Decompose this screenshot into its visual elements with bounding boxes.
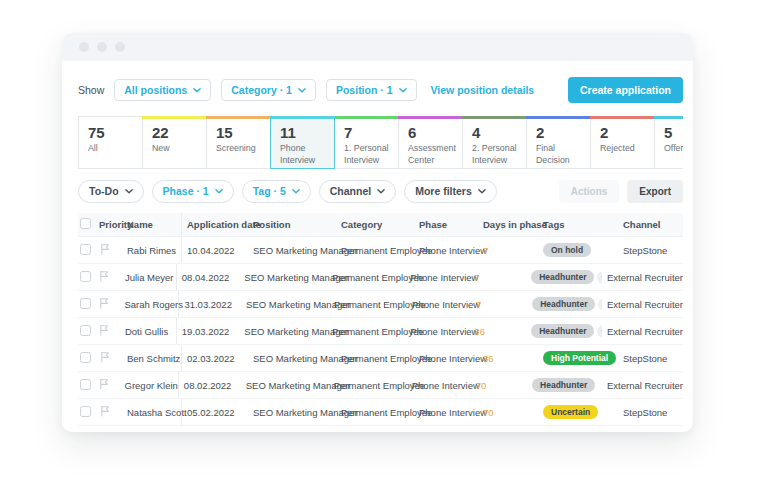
- position-value: SEO Marketing Manager: [239, 272, 327, 283]
- phase-value: Phone Interview: [414, 245, 478, 256]
- position-value: SEO Marketing Manager: [248, 353, 336, 364]
- row-checkbox[interactable]: [80, 325, 91, 336]
- stage-color-strip: [462, 116, 527, 119]
- pipeline-stage-card[interactable]: 5 Offer: [654, 116, 683, 169]
- position-dropdown[interactable]: Position · 1: [326, 79, 417, 102]
- days-in-phase-value: 7: [471, 299, 527, 310]
- pipeline-stage-card[interactable]: 2 Rejected: [590, 116, 655, 169]
- channel-value: StepStone: [618, 407, 683, 418]
- export-button[interactable]: Export: [627, 180, 683, 203]
- tag-pill: Headhunter: [532, 297, 595, 312]
- stage-count: 15: [216, 124, 262, 141]
- filter-label: To-Do: [89, 186, 119, 197]
- position-value: SEO Marketing Manager: [241, 299, 329, 310]
- stage-label: Phone Interview: [280, 143, 326, 166]
- stage-color-strip: [398, 116, 463, 119]
- header-days-in-phase: Days in phase: [478, 219, 538, 230]
- row-checkbox[interactable]: [80, 271, 91, 282]
- position-value: SEO Marketing Manager: [241, 380, 329, 391]
- filter-dropdown[interactable]: Phase · 1: [152, 180, 234, 203]
- filter-dropdown[interactable]: To-Do: [78, 180, 144, 203]
- dropdown-label: Category · 1: [231, 85, 292, 96]
- pipeline-stage-card[interactable]: 4 2. Personal Interview: [462, 116, 527, 169]
- stage-color-strip: [590, 116, 655, 119]
- table-row[interactable]: Julia Meyer 08.04.2022 SEO Marketing Man…: [78, 264, 683, 291]
- filter-dropdown[interactable]: Tag · 5: [242, 180, 311, 203]
- filter-dropdown[interactable]: Channel: [319, 180, 396, 203]
- pipeline-stage-card[interactable]: 75 All: [78, 116, 143, 169]
- row-checkbox[interactable]: [80, 298, 91, 309]
- table-filterbar: To-Do Phase · 1 Tag · 5 Channel More fil…: [78, 180, 683, 203]
- stage-count: 4: [472, 124, 518, 141]
- priority-flag-icon[interactable]: [98, 378, 110, 390]
- stage-label: 2. Personal Interview: [472, 143, 518, 166]
- row-checkbox[interactable]: [80, 352, 91, 363]
- actions-button[interactable]: Actions: [559, 180, 620, 203]
- pipeline-stage-card[interactable]: 22 New: [142, 116, 207, 169]
- priority-flag-icon[interactable]: [98, 324, 110, 336]
- channel-value: External Recruiter: [602, 272, 683, 283]
- priority-flag-icon[interactable]: [99, 243, 111, 255]
- chevron-down-icon: [193, 87, 201, 94]
- pipeline-stage-card[interactable]: 2 Final Decision: [526, 116, 591, 169]
- filter-dropdown[interactable]: More filters: [404, 180, 497, 203]
- stage-count: 5: [664, 124, 683, 141]
- dropdown-label: Position · 1: [336, 85, 393, 96]
- dropdown-label: All positions: [124, 85, 187, 96]
- stage-color-strip: [270, 116, 335, 119]
- show-label: Show: [78, 84, 104, 96]
- stage-color-strip: [142, 116, 207, 119]
- application-date: 19.03.2022: [177, 326, 240, 337]
- priority-flag-icon[interactable]: [99, 351, 111, 363]
- tag-pill: On hold: [543, 243, 591, 258]
- tag-pill: Uncertain: [543, 405, 598, 420]
- view-position-details-link[interactable]: View position details: [431, 84, 535, 96]
- header-tags: Tags: [538, 219, 618, 230]
- table-row[interactable]: Gregor Klein 08.02.2022 SEO Marketing Ma…: [78, 372, 683, 399]
- phase-value: Phone Interview: [405, 326, 469, 337]
- table-header-row: Priority Name Application date Position …: [78, 213, 683, 237]
- stage-color-strip: [334, 116, 399, 119]
- application-date: 31.03.2022: [179, 299, 241, 310]
- channel-value: External Recruiter: [602, 299, 683, 310]
- stage-label: Final Decision: [536, 143, 582, 166]
- priority-flag-icon[interactable]: [98, 270, 110, 282]
- stage-count: 2: [536, 124, 582, 141]
- table-row[interactable]: Sarah Rogers 31.03.2022 SEO Marketing Ma…: [78, 291, 683, 318]
- pipeline-stage-card[interactable]: 11 Phone Interview: [270, 116, 335, 169]
- create-application-button[interactable]: Create application: [568, 77, 683, 103]
- filter-label: Phase · 1: [163, 186, 209, 197]
- table-row[interactable]: Natasha Scott 05.02.2022 SEO Marketing M…: [78, 399, 683, 426]
- row-checkbox[interactable]: [80, 406, 91, 417]
- pipeline-stage-card[interactable]: 15 Screening: [206, 116, 271, 169]
- pipeline-stage-card[interactable]: 6 Assessment Center: [398, 116, 463, 169]
- category-dropdown[interactable]: Category · 1: [221, 79, 316, 102]
- all-positions-dropdown[interactable]: All positions: [114, 79, 211, 102]
- stage-label: All: [88, 143, 134, 154]
- header-category: Category: [336, 219, 414, 230]
- stage-count: 75: [88, 124, 134, 141]
- priority-flag-icon[interactable]: [99, 405, 111, 417]
- phase-value: Phone Interview: [405, 272, 469, 283]
- row-checkbox[interactable]: [80, 244, 91, 255]
- table-body: Rabi Rimes 10.04.2022 SEO Marketing Mana…: [78, 237, 683, 426]
- app-window: Show All positions Category · 1 Position…: [62, 33, 693, 432]
- table-row[interactable]: Doti Gullis 19.03.2022 SEO Marketing Man…: [78, 318, 683, 345]
- window-dot: [97, 42, 107, 52]
- table-row[interactable]: Rabi Rimes 10.04.2022 SEO Marketing Mana…: [78, 237, 683, 264]
- application-date: 05.02.2022: [182, 407, 248, 418]
- stage-label: 1. Personal Interview: [344, 143, 390, 166]
- days-in-phase-value: 7: [478, 245, 538, 256]
- select-all-checkbox[interactable]: [80, 218, 91, 229]
- phase-value: Phone Interview: [407, 299, 471, 310]
- category-value: Permanent Employee: [329, 299, 407, 310]
- days-in-phase-value: 36: [478, 353, 538, 364]
- priority-flag-icon[interactable]: [98, 297, 110, 309]
- pipeline-stage-card[interactable]: 7 1. Personal Interview: [334, 116, 399, 169]
- table-row[interactable]: Ben Schmitz 02.03.2022 SEO Marketing Man…: [78, 345, 683, 372]
- row-checkbox[interactable]: [80, 379, 91, 390]
- tag-pill: Headhunter: [531, 270, 594, 285]
- candidate-name: Gregor Klein: [120, 372, 179, 398]
- header-position: Position: [248, 219, 336, 230]
- chevron-down-icon: [298, 87, 306, 94]
